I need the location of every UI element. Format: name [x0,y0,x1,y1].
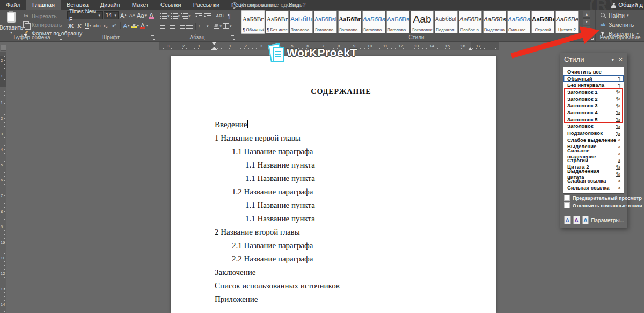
right-indent-marker[interactable] [468,47,473,50]
style-list-item[interactable]: Сильная ссылкаa [564,184,624,191]
justify-button[interactable] [186,22,193,30]
styles-dialog-launcher[interactable] [589,35,594,40]
style-gallery-item[interactable]: АаБбВвГЗаголово... [314,11,337,33]
document-line: Приложение [171,293,496,306]
style-gallery-item[interactable]: АаБбВвСильное... [507,11,530,33]
pane-menu-icon[interactable]: ▾ [611,53,614,66]
strikethrough-button[interactable]: abc [93,21,101,30]
style-list-item[interactable]: Слабое выделениеa [564,136,624,143]
style-gallery-item[interactable]: АаБбВгЗаголово... [338,11,361,33]
pane-close-icon[interactable]: × [618,53,623,66]
style-list-item[interactable]: Строгийa [564,157,624,164]
style-gallery-item[interactable]: АаБбВвГПодзагол... [435,11,458,33]
clear-formatting-button[interactable]: А [148,11,155,19]
style-gallery-item[interactable]: АаБбВеЦитата 2 [555,11,579,33]
select-button[interactable]: Выделить ▾ [599,30,639,38]
styles-pane-header[interactable]: Стили ▾ × [560,53,627,66]
paragraph-dialog-launcher[interactable] [230,35,235,40]
font-dialog-launcher[interactable] [150,35,155,40]
clipboard-dialog-launcher[interactable] [57,35,62,40]
tab-stop-selector[interactable] [1,45,6,51]
style-gallery-item[interactable]: АаБбВвВыделение [483,11,506,33]
font-name-combo[interactable]: Times New F ▾ [67,11,103,19]
style-list-item[interactable]: Заголовок 4¶a [564,109,624,116]
style-gallery-item[interactable]: АаБбВеСтрогий [531,11,554,33]
italic-button[interactable]: К [76,21,83,30]
new-style-button[interactable]: А [564,216,571,224]
style-list-item[interactable]: Сильное выделениеa [564,150,624,157]
style-gallery-item[interactable]: АаБбВг¶ Без инте... [266,11,289,33]
style-list-item[interactable]: Выделенная цитата¶a [564,170,624,177]
text-effects-button[interactable]: А▾ [123,21,130,30]
bullets-button[interactable]: ▾ [160,12,170,20]
subscript-button[interactable]: x₂ [102,21,109,30]
hanging-indent-marker[interactable] [211,47,217,50]
style-list-item[interactable]: Заголовок 2¶a [564,96,624,103]
manage-styles-button[interactable]: А [582,216,589,224]
gallery-scroll-down-button[interactable]: ▼ [583,18,590,25]
multilevel-list-button[interactable]: ▾ [181,12,191,20]
align-left-button[interactable] [160,22,167,30]
shrink-font-button[interactable]: А▾ [128,11,136,19]
first-line-indent-marker[interactable] [212,42,217,46]
style-gallery-item[interactable]: АаБбВгЗаголово... [290,11,313,33]
style-gallery-item[interactable]: АаbЗаголовок [411,11,434,33]
show-marks-button[interactable]: ¶ [225,12,233,20]
style-gallery-label: ¶ Обычный [243,27,264,32]
find-button[interactable]: Найти ▾ [599,11,639,19]
change-case-button[interactable]: Аа▾ [137,11,147,19]
ribbon-tab-1[interactable]: Главная [26,0,61,10]
line-spacing-button[interactable]: ▾ [198,22,209,30]
document-page[interactable]: СОДЕРЖАНИЕ Введение1 Название первой гла… [171,56,496,313]
style-gallery-item[interactable]: АаБбВвСлабое в... [459,11,482,33]
increase-indent-button[interactable] [204,12,211,20]
lightbulb-icon [232,2,237,8]
style-gallery-item[interactable]: АаБбВвЗаголово... [386,11,409,33]
style-list-item[interactable]: Заголовок 5¶a [564,116,624,123]
superscript-button[interactable]: x² [111,21,118,30]
style-inspector-button[interactable]: А [573,216,580,224]
numbering-button[interactable]: ▾ [171,12,180,20]
bold-button[interactable]: Ж [67,21,75,30]
ribbon-tab-5[interactable]: Ссылки [155,0,187,10]
style-gallery-item[interactable]: АаБбВг¶ Обычный [241,11,265,33]
select-label: Выделить [609,31,634,37]
highlight-button[interactable]: ▾ [131,21,140,30]
replace-button[interactable]: ab Заменить [599,20,639,28]
font-color-button[interactable]: А▾ [140,21,148,30]
ribbon-tab-0[interactable]: Файл [0,0,26,10]
options-link[interactable]: Параметры... [591,217,624,223]
gallery-scroll-up-button[interactable]: ▲ [583,11,590,18]
align-right-button[interactable] [177,22,185,30]
style-type-icon: a [618,157,620,163]
disable-linked-styles-checkbox[interactable]: Отключить связанные стили [564,202,642,208]
preview-checkbox[interactable]: Предварительный просмотр [564,195,642,201]
ribbon-tab-3[interactable]: Дизайн [94,0,126,10]
chevron-down-icon: ▾ [188,14,191,18]
shading-button[interactable]: ▾ [214,22,222,30]
style-list-item[interactable]: Заголовок 3¶a [564,102,624,109]
style-list-item[interactable]: Обычный¶ [564,75,624,82]
style-list-item[interactable]: Подзаголовок¶a [564,129,624,136]
style-gallery-item[interactable]: АаБбВвЗаголово... [362,11,385,33]
paste-button[interactable]: Вставить ▾ [1,11,21,34]
sort-button[interactable]: АЯ↓ [216,12,224,20]
align-center-button[interactable] [169,22,176,30]
style-list-item[interactable]: Очистить все [564,68,624,75]
decrease-indent-button[interactable] [195,12,203,20]
style-list-item[interactable]: Заголовок 1¶a [564,89,624,96]
style-gallery-label: Подзагол... [436,27,457,32]
ribbon-tab-4[interactable]: Макет [126,0,155,10]
style-list-item[interactable]: Без интервала¶ [564,82,624,89]
document-line-text: 1.1 Название параграфа [232,147,313,156]
share-button[interactable]: Общий д [611,0,643,10]
borders-button[interactable]: ▾ [223,22,232,30]
underline-button[interactable]: Ч▾ [84,21,92,30]
ribbon-tab-6[interactable]: Рассылки [187,0,225,10]
tell-me-search[interactable]: Что вы хотите сделать? [232,0,306,10]
style-list-item[interactable]: Слабая ссылкаa [564,177,624,184]
grow-font-button[interactable]: А▾ [120,11,127,19]
style-list-item[interactable]: Заголовок¶a [564,123,624,130]
gallery-more-button[interactable]: ▼ [583,26,590,33]
font-size-combo[interactable]: 14 ▾ [104,11,119,19]
